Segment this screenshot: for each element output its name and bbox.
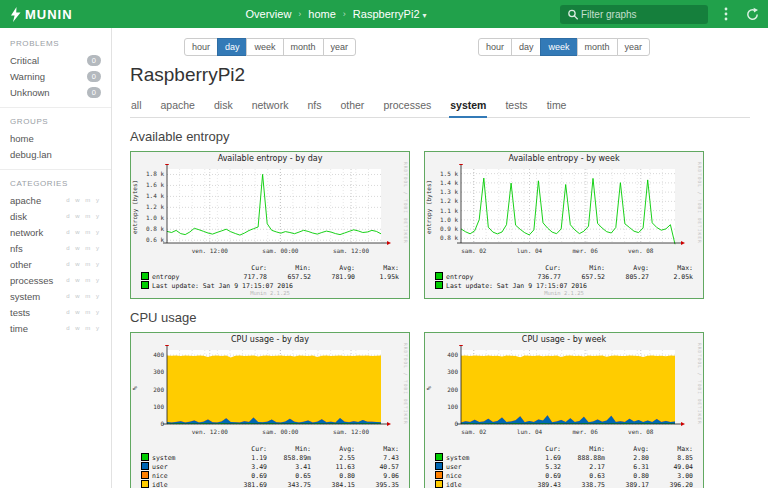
- range-button-year[interactable]: year: [617, 38, 651, 56]
- quick-range-links[interactable]: d w m y: [66, 213, 101, 219]
- refresh-icon[interactable]: [742, 4, 762, 24]
- quick-range-links[interactable]: d w m y: [66, 309, 101, 315]
- search-box[interactable]: [560, 5, 708, 24]
- count-badge: 0: [87, 71, 101, 82]
- sidebar-item-other[interactable]: otherd w m y: [10, 256, 101, 272]
- legend-value: 2.55: [313, 453, 357, 462]
- quick-range-links[interactable]: d w m y: [66, 325, 101, 331]
- legend-column-header: Min:: [269, 264, 313, 272]
- quick-range-links[interactable]: d w m y: [66, 229, 101, 235]
- sidebar-item-label: Critical: [10, 55, 39, 66]
- sidebar: PROBLEMSCritical0Warning0Unknown0GROUPSh…: [0, 28, 112, 488]
- svg-text:200: 200: [153, 386, 164, 393]
- range-button-month[interactable]: month: [283, 38, 324, 56]
- range-button-week[interactable]: week: [246, 38, 283, 56]
- breadcrumb-item-home[interactable]: home: [308, 8, 336, 20]
- sidebar-item-home[interactable]: home: [10, 130, 101, 146]
- svg-text:lun. 04: lun. 04: [517, 247, 543, 254]
- tab-apache[interactable]: apache: [160, 96, 196, 117]
- legend-row-idle: idle389.43338.75389.17396.20: [433, 480, 695, 488]
- quick-range-links[interactable]: d w m y: [66, 293, 101, 299]
- legend-value: 888.88m: [563, 453, 607, 462]
- svg-text:0.6 k: 0.6 k: [146, 236, 164, 243]
- tab-network[interactable]: network: [251, 96, 290, 117]
- quick-range-links[interactable]: d w m y: [66, 277, 101, 283]
- sidebar-item-network[interactable]: networkd w m y: [10, 224, 101, 240]
- legend-swatch: [141, 471, 149, 479]
- range-button-column-right: hourdayweekmonthyear: [424, 38, 704, 56]
- sidebar-item-Unknown[interactable]: Unknown0: [10, 84, 101, 100]
- range-button-hour[interactable]: hour: [478, 38, 512, 56]
- range-button-month[interactable]: month: [577, 38, 618, 56]
- kebab-menu-icon[interactable]: [716, 4, 736, 24]
- legend-value: 3.49: [225, 462, 269, 471]
- legend-value: 8.85: [651, 453, 695, 462]
- tab-system[interactable]: system: [449, 96, 487, 118]
- graph-cpu-week[interactable]: CPU usage - by week%RRDTOOL / TOBI OETIK…: [424, 332, 704, 488]
- sidebar-item-nfs[interactable]: nfsd w m y: [10, 240, 101, 256]
- tab-nfs[interactable]: nfs: [306, 96, 322, 117]
- legend-series-label: idle: [139, 480, 225, 488]
- legend-value: 3.00: [651, 471, 695, 480]
- legend-swatch: [435, 453, 443, 461]
- legend-value: 805.27: [607, 272, 651, 281]
- kebab-dots: [724, 7, 728, 21]
- range-button-year[interactable]: year: [323, 38, 357, 56]
- svg-text:0.8 k: 0.8 k: [146, 225, 164, 232]
- sidebar-item-system[interactable]: systemd w m y: [10, 288, 101, 304]
- legend-value: 389.43: [519, 480, 563, 488]
- quick-range-links[interactable]: d w m y: [66, 261, 101, 267]
- legend-value: 858.89m: [269, 453, 313, 462]
- legend-row-system: system1.69888.88m2.808.85: [433, 453, 695, 462]
- legend-column-header: Cur:: [225, 445, 269, 453]
- svg-text:mer. 06: mer. 06: [572, 247, 598, 254]
- sidebar-item-Critical[interactable]: Critical0: [10, 52, 101, 68]
- breadcrumb-item-raspberrypi2[interactable]: RaspberryPi2▾: [353, 8, 427, 20]
- tab-disk[interactable]: disk: [213, 96, 234, 117]
- quick-range-links[interactable]: d w m y: [66, 197, 101, 203]
- svg-text:300: 300: [153, 368, 164, 375]
- app-logo[interactable]: MUNIN: [0, 7, 112, 22]
- legend-value: 381.69: [225, 480, 269, 488]
- legend-row-nice: nice0.690.630.803.00: [433, 471, 695, 480]
- sidebar-item-Warning[interactable]: Warning0: [10, 68, 101, 84]
- munin-version-watermark: Munin 2.1.25: [427, 290, 701, 297]
- legend-header-row: Cur:Min:Avg:Max:: [139, 264, 401, 272]
- count-badge: 0: [87, 87, 101, 98]
- range-button-day[interactable]: day: [217, 38, 248, 56]
- legend-value: 736.77: [519, 272, 563, 281]
- legend-value: 2.17: [563, 462, 607, 471]
- tab-processes[interactable]: processes: [382, 96, 432, 117]
- range-button-hour[interactable]: hour: [184, 38, 218, 56]
- graph-entropy-week[interactable]: Available entropy - by weekentropy (byte…: [424, 151, 704, 299]
- legend-value: 0.80: [607, 471, 651, 480]
- legend-column-header: Max:: [357, 445, 401, 453]
- sidebar-item-disk[interactable]: diskd w m y: [10, 208, 101, 224]
- tab-tests[interactable]: tests: [504, 96, 528, 117]
- tab-time[interactable]: time: [546, 96, 568, 117]
- range-button-day[interactable]: day: [511, 38, 542, 56]
- graph-cpu-day[interactable]: CPU usage - by day%RRDTOOL / TOBI OETIKE…: [130, 332, 410, 488]
- legend-value: 5.32: [519, 462, 563, 471]
- graph-entropy-day[interactable]: Available entropy - by dayentropy (bytes…: [130, 151, 410, 299]
- filter-graphs-input[interactable]: [579, 8, 701, 21]
- svg-text:1.2 k: 1.2 k: [440, 197, 458, 204]
- tab-all[interactable]: all: [130, 96, 143, 117]
- graph-legend: Cur:Min:Avg:Max:entropy717.78657.52781.9…: [139, 264, 401, 290]
- sidebar-item-tests[interactable]: testsd w m y: [10, 304, 101, 320]
- tab-other[interactable]: other: [339, 96, 365, 117]
- sidebar-item-processes[interactable]: processesd w m y: [10, 272, 101, 288]
- range-button-week[interactable]: week: [540, 38, 577, 56]
- svg-text:sam. 00:00: sam. 00:00: [262, 428, 299, 435]
- legend-value: 0.69: [225, 471, 269, 480]
- quick-range-links[interactable]: d w m y: [66, 245, 101, 251]
- sidebar-item-debug-lan[interactable]: debug.lan: [10, 146, 101, 162]
- legend-value: 343.75: [269, 480, 313, 488]
- sidebar-item-apache[interactable]: apached w m y: [10, 192, 101, 208]
- svg-text:ven. 08: ven. 08: [628, 247, 654, 254]
- section-title-cpu-usage: CPU usage: [130, 310, 750, 325]
- sidebar-item-time[interactable]: timed w m y: [10, 320, 101, 336]
- page-title: RaspberryPi2: [130, 64, 750, 86]
- legend-swatch: [141, 281, 149, 289]
- breadcrumb-item-overview[interactable]: Overview: [245, 8, 291, 20]
